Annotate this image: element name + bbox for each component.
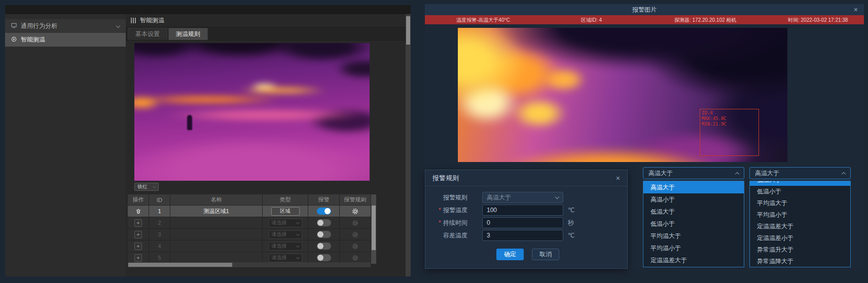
dropdown-option[interactable]: 高温小于 bbox=[643, 193, 744, 206]
rule-type-value: 高温大于 bbox=[487, 193, 511, 202]
dropdown-option[interactable]: 平均温小于 bbox=[750, 209, 850, 221]
row-name bbox=[170, 252, 263, 263]
tab-bar: 基本设置 测温规则 bbox=[126, 27, 411, 41]
form-row-rule: 报警规则 高温大于 bbox=[439, 191, 617, 204]
alarm-info-bar: 温度报警-高温大于40°C 区域ID: 4 探测器: 172.20.20.102… bbox=[425, 15, 864, 24]
table-row[interactable]: + 2 请选择 bbox=[128, 217, 371, 229]
confirm-button[interactable]: 确定 bbox=[496, 249, 524, 260]
tab-thermometry-rules[interactable]: 测温规则 bbox=[168, 28, 208, 40]
table-scrollbar[interactable] bbox=[371, 194, 376, 264]
dropdown-option[interactable]: 平均温大于 bbox=[643, 230, 744, 242]
dropdown-option[interactable]: 定温温差大于 bbox=[643, 254, 744, 266]
dropdown-select[interactable]: 高温大于 bbox=[643, 167, 744, 179]
form-row-duration: *持续时间 秒 bbox=[439, 217, 617, 229]
palette-select[interactable]: 铁红 bbox=[134, 183, 159, 191]
field-label: 报警规则 bbox=[443, 193, 467, 202]
horizontal-scrollbar[interactable] bbox=[128, 262, 371, 267]
dropdown-option[interactable]: 异常温升大于 bbox=[750, 244, 850, 256]
sidebar-item-behavior-analysis[interactable]: 通用行为分析 bbox=[5, 19, 126, 33]
rule-settings-gear-icon[interactable] bbox=[352, 208, 358, 215]
dropdown-value: 高温大于 bbox=[755, 169, 779, 178]
dropdown-option[interactable]: 异常温降大于 bbox=[750, 256, 850, 267]
tolerance-input[interactable] bbox=[482, 230, 563, 241]
rules-table: 操作 ID 名称 类型 报警 报警规则 1 测温区域1 区域 bbox=[128, 194, 371, 264]
alarm-toggle[interactable] bbox=[317, 242, 331, 250]
required-asterisk: * bbox=[439, 219, 443, 226]
dropdown-option[interactable]: 低温小于 bbox=[750, 186, 850, 197]
type-select-disabled: 请选择 bbox=[269, 254, 302, 262]
rule-type-select[interactable]: 高温大于 bbox=[482, 192, 563, 203]
panel-title: 智能测温 bbox=[140, 16, 164, 25]
table-row[interactable]: 1 测温区域1 区域 bbox=[128, 206, 371, 217]
dropdown-option[interactable]: 定温温差大于 bbox=[750, 221, 850, 232]
alarm-rule-dropdown-left: 高温大于 高温大于 高温小于 低温大于 低温小于 平均温大于 平均温小于 定温温… bbox=[643, 167, 744, 267]
close-icon[interactable]: × bbox=[616, 175, 620, 182]
sidebar-item-label: 智能测温 bbox=[21, 35, 45, 44]
alarm-toggle[interactable] bbox=[317, 254, 331, 261]
add-region-icon[interactable]: + bbox=[134, 254, 142, 262]
dropdown-option[interactable]: 低温小于 bbox=[643, 218, 744, 230]
col-header-type: 类型 bbox=[263, 194, 308, 205]
col-header-op: 操作 bbox=[128, 194, 149, 205]
smart-thermometry-icon bbox=[11, 36, 17, 44]
sidebar-item-smart-thermometry[interactable]: 智能测温 bbox=[5, 33, 126, 47]
annotation-max: MAX:45.8C bbox=[702, 116, 727, 122]
dropdown-option[interactable]: 高温大于 bbox=[643, 181, 744, 193]
annotation-min: MIN:21.9C bbox=[702, 122, 727, 127]
window-top-strip bbox=[5, 5, 411, 14]
dropdown-option[interactable]: 平均温小于 bbox=[643, 242, 744, 254]
unit-label: 秒 bbox=[568, 219, 574, 227]
unit-label: ℃ bbox=[568, 232, 574, 239]
dialog-header: 报警规则 × bbox=[425, 170, 627, 186]
alarm-toggle[interactable] bbox=[317, 231, 331, 238]
close-icon[interactable]: × bbox=[854, 6, 858, 13]
cancel-button[interactable]: 取消 bbox=[532, 249, 559, 260]
row-name bbox=[170, 217, 263, 228]
dropdown-option[interactable]: 低温大于 bbox=[750, 181, 850, 186]
type-select-disabled: 请选择 bbox=[269, 242, 302, 251]
col-header-alarm: 报警 bbox=[308, 194, 340, 205]
rule-settings-gear-icon bbox=[352, 231, 358, 238]
alarm-detector: 探测器: 172.20.20.102 相机 bbox=[674, 17, 736, 24]
add-region-icon[interactable]: + bbox=[134, 231, 142, 238]
delete-row-button[interactable] bbox=[135, 208, 141, 215]
drag-handle-icon bbox=[131, 18, 136, 23]
dropdown-option[interactable]: 平均温大于 bbox=[750, 197, 850, 209]
chevron-down-icon bbox=[153, 184, 156, 188]
window-title: 报警图片 bbox=[632, 6, 657, 14]
unit-label: ℃ bbox=[568, 207, 574, 214]
alarm-temperature-input[interactable] bbox=[482, 205, 563, 216]
dialog-body: 报警规则 高温大于 *报警温度 ℃ *持续时间 秒 容差温度 ℃ 确定 取消 bbox=[425, 186, 627, 260]
required-asterisk: * bbox=[439, 207, 443, 214]
dropdown-option[interactable]: 定温温差小于 bbox=[750, 232, 850, 244]
duration-input[interactable] bbox=[482, 217, 563, 228]
chevron-up-icon bbox=[842, 172, 846, 176]
dropdown-option[interactable]: 低温大于 bbox=[643, 206, 744, 218]
add-region-icon[interactable]: + bbox=[134, 242, 142, 250]
dropdown-select[interactable]: 高温大于 bbox=[749, 167, 851, 179]
behavior-analysis-icon bbox=[11, 23, 17, 30]
dialog-buttons: 确定 取消 bbox=[439, 249, 617, 260]
thermal-preview-image bbox=[134, 43, 370, 181]
panel-header: 智能测温 bbox=[126, 14, 411, 27]
table-row[interactable]: + 3 请选择 bbox=[128, 229, 371, 240]
row-id: 1 bbox=[149, 206, 170, 217]
row-name bbox=[170, 229, 263, 240]
region-type-button[interactable]: 区域 bbox=[271, 207, 300, 216]
sidebar: 通用行为分析 智能测温 bbox=[5, 14, 126, 276]
table-row[interactable]: + 4 请选择 bbox=[128, 240, 371, 252]
alarm-thermal-image: ID:4 MAX:45.8C MIN:21.9C bbox=[458, 28, 787, 162]
palette-value: 铁红 bbox=[137, 183, 148, 190]
add-region-icon[interactable]: + bbox=[134, 219, 142, 227]
chevron-down-icon bbox=[555, 195, 559, 199]
alarm-toggle[interactable] bbox=[317, 219, 331, 226]
row-id: 3 bbox=[149, 229, 170, 240]
dropdown-option[interactable]: 定温温差小于 bbox=[643, 266, 744, 267]
col-header-rule: 报警规则 bbox=[340, 194, 371, 205]
vertical-scrollbar[interactable] bbox=[406, 14, 411, 276]
row-id: 4 bbox=[149, 240, 170, 252]
alarm-time: 时间: 2022-03-02 17:21:38 bbox=[788, 17, 848, 24]
tab-basic-settings[interactable]: 基本设置 bbox=[128, 28, 167, 40]
alarm-toggle[interactable] bbox=[317, 208, 331, 215]
col-header-id: ID bbox=[149, 194, 170, 205]
